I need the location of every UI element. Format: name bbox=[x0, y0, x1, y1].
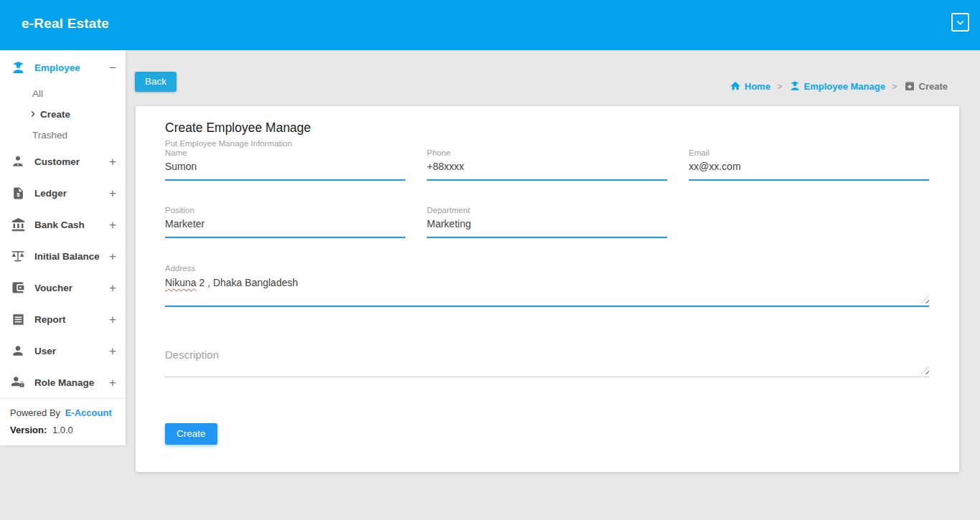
sidebar-subitem-all[interactable]: All bbox=[0, 83, 126, 104]
create-button[interactable]: Create bbox=[165, 423, 217, 445]
name-label: Name bbox=[165, 148, 405, 158]
chevron-down-icon bbox=[953, 16, 967, 29]
collapse-icon: − bbox=[109, 62, 116, 74]
address-field-group: Address Nikuna 2 , Dhaka Bangladesh bbox=[165, 264, 929, 307]
position-input[interactable] bbox=[165, 215, 405, 238]
employee-icon bbox=[10, 60, 26, 75]
sidebar-item-label: Ledger bbox=[34, 188, 109, 199]
breadcrumb-employee-manage[interactable]: Employee Manage bbox=[789, 80, 885, 92]
expand-icon: + bbox=[109, 377, 116, 389]
breadcrumb-create: Create bbox=[904, 80, 948, 92]
address-text: 2 , Dhaka Bangladesh bbox=[197, 277, 298, 288]
description-field-group: Description bbox=[165, 329, 929, 377]
sidebar-item-bank-cash[interactable]: Bank Cash + bbox=[0, 209, 126, 240]
back-button[interactable]: Back bbox=[135, 72, 176, 92]
sidebar-item-voucher[interactable]: Voucher + bbox=[0, 272, 126, 303]
phone-input[interactable] bbox=[427, 158, 667, 181]
ledger-icon: $ bbox=[10, 186, 26, 200]
expand-icon: + bbox=[109, 156, 116, 168]
resize-handle[interactable] bbox=[921, 296, 929, 303]
version-label: Version: bbox=[10, 425, 47, 435]
sidebar-item-label: Report bbox=[34, 314, 109, 325]
breadcrumb-separator: > bbox=[892, 81, 897, 92]
sidebar-item-initial-balance[interactable]: Initial Balance + bbox=[0, 240, 126, 272]
breadcrumb-separator: > bbox=[777, 81, 783, 92]
sidebar-item-label: Customer bbox=[34, 156, 109, 167]
breadcrumb-label: Create bbox=[919, 81, 948, 92]
sidebar-item-employee[interactable]: Employee − bbox=[0, 52, 126, 83]
version-value: 1.0.0 bbox=[52, 425, 73, 435]
sidebar-item-label: Bank Cash bbox=[34, 219, 109, 230]
name-field-group: Name bbox=[165, 148, 405, 181]
expand-icon: + bbox=[109, 250, 116, 263]
phone-field-group: Phone bbox=[427, 148, 667, 181]
subitem-label: Trashed bbox=[32, 130, 67, 141]
sidebar-footer: Powered By E-Account Version: 1.0.0 bbox=[0, 399, 126, 445]
header-dropdown-button[interactable] bbox=[951, 13, 969, 32]
address-textarea[interactable]: Nikuna 2 , Dhaka Bangladesh bbox=[165, 273, 929, 307]
customer-icon bbox=[10, 154, 26, 169]
app-title: e-Real Estate bbox=[22, 16, 109, 32]
department-input[interactable] bbox=[427, 215, 667, 238]
form-row-2: Position Department bbox=[165, 206, 929, 238]
department-label: Department bbox=[427, 206, 667, 215]
email-input[interactable] bbox=[689, 158, 929, 181]
misspelled-word: Nikuna bbox=[165, 277, 197, 288]
sidebar-item-label: User bbox=[34, 346, 109, 356]
expand-icon: + bbox=[109, 345, 116, 357]
sidebar-item-label: Initial Balance bbox=[34, 251, 109, 262]
employee-icon bbox=[789, 80, 801, 92]
sidebar-subitem-trashed[interactable]: Trashed bbox=[0, 125, 126, 146]
subitem-label: Create bbox=[40, 109, 70, 120]
sidebar-item-customer[interactable]: Customer + bbox=[0, 146, 126, 177]
sidebar: Employee − All Create Trashed Customer + bbox=[0, 50, 126, 445]
name-input[interactable] bbox=[165, 158, 405, 181]
email-field-group: Email bbox=[689, 148, 929, 181]
chevron-right-icon bbox=[27, 108, 39, 120]
expand-icon: + bbox=[109, 313, 116, 326]
description-placeholder: Description bbox=[165, 349, 219, 361]
sidebar-item-role-manage[interactable]: Role Manage + bbox=[0, 367, 126, 398]
powered-by-text: Powered By bbox=[10, 407, 60, 418]
breadcrumb-label: Home bbox=[745, 81, 771, 92]
email-label: Email bbox=[689, 148, 929, 158]
svg-text:$: $ bbox=[17, 192, 20, 198]
empty-cell bbox=[689, 206, 929, 238]
app-header: e-Real Estate bbox=[0, 0, 980, 50]
expand-icon: + bbox=[109, 282, 116, 294]
balance-icon bbox=[10, 248, 26, 264]
sidebar-item-label: Voucher bbox=[34, 283, 109, 293]
department-field-group: Department bbox=[427, 206, 667, 238]
sidebar-item-user[interactable]: User + bbox=[0, 335, 126, 367]
sidebar-item-label: Role Manage bbox=[34, 377, 109, 388]
form-row-1: Name Phone Email bbox=[165, 148, 929, 181]
e-account-link[interactable]: E-Account bbox=[65, 407, 112, 418]
form-subtitle: Put Employee Manage Information bbox=[165, 139, 929, 148]
form-title: Create Employee Manage bbox=[165, 120, 929, 136]
breadcrumb-home[interactable]: Home bbox=[730, 80, 771, 92]
bank-icon bbox=[10, 217, 26, 232]
position-label: Position bbox=[165, 206, 405, 215]
address-label: Address bbox=[165, 264, 929, 273]
sidebar-item-label: Employee bbox=[34, 62, 109, 73]
home-icon bbox=[730, 80, 741, 92]
sidebar-subitem-create[interactable]: Create bbox=[0, 104, 126, 125]
expand-icon: + bbox=[109, 187, 116, 199]
user-icon bbox=[10, 344, 26, 358]
subitem-label: All bbox=[32, 88, 43, 99]
description-textarea[interactable]: Description bbox=[165, 329, 929, 377]
expand-icon: + bbox=[109, 219, 116, 231]
sidebar-item-report[interactable]: Report + bbox=[0, 303, 126, 335]
archive-icon bbox=[904, 80, 915, 92]
resize-handle[interactable] bbox=[921, 367, 929, 374]
voucher-icon bbox=[10, 280, 26, 295]
position-field-group: Position bbox=[165, 206, 405, 238]
sidebar-item-ledger[interactable]: $ Ledger + bbox=[0, 177, 126, 209]
phone-label: Phone bbox=[427, 148, 667, 158]
role-icon bbox=[10, 374, 26, 390]
breadcrumb: Home > Employee Manage > Create bbox=[730, 80, 948, 92]
breadcrumb-label: Employee Manage bbox=[804, 81, 885, 92]
create-employee-card: Create Employee Manage Put Employee Mana… bbox=[136, 106, 959, 472]
report-icon bbox=[10, 313, 26, 326]
